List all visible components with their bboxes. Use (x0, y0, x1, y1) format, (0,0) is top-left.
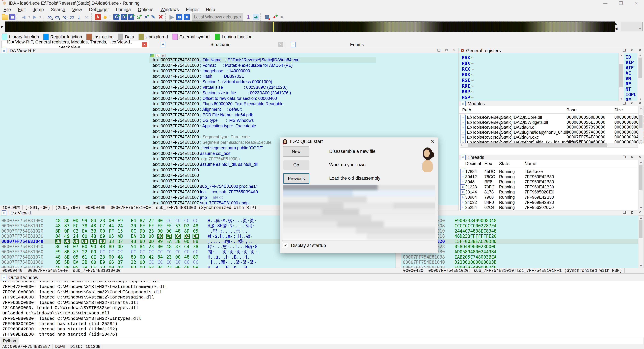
nav-back-menu-icon[interactable]: ▼ (28, 14, 31, 21)
add-breakpoint-icon[interactable]: ●+ (271, 14, 278, 21)
python-tab[interactable]: Python (1, 337, 18, 344)
disasm-line[interactable]: .text:00007FF754E81000 ; File Name : E:\… (149, 57, 376, 63)
panel-close-icon[interactable]: ✕ (638, 101, 641, 105)
delete-breakpoint-icon[interactable]: ✕ (278, 14, 285, 21)
breakpoint-list-icon[interactable]: ≣ (264, 14, 270, 21)
cli-input[interactable] (19, 337, 643, 344)
go-button[interactable]: Go (283, 160, 309, 170)
registers-pane[interactable]: RAX↪RBX↪RCX↪RDX↪RSI↪RDI↪RBP↪RSP↪RIP↪ (459, 53, 618, 101)
tab-enums[interactable]: ≡ Enums (285, 41, 416, 48)
threads-header[interactable]: Decimal (465, 161, 481, 166)
search-value-icon[interactable]: ∞101 (61, 14, 68, 21)
register-row-rip[interactable]: RIP↪ (462, 100, 470, 101)
step-until-return-icon[interactable]: ↥ (245, 14, 252, 21)
tab-close-icon[interactable]: ✕ (142, 42, 147, 47)
restore-button[interactable]: ❐ (613, 0, 628, 6)
panel-maximize-icon[interactable]: ⧉ (631, 48, 633, 52)
vertical-splitter[interactable] (458, 48, 459, 210)
disasm-line[interactable]: .text:00007FF754E81000 ; Alignment : def… (149, 107, 376, 112)
panel-float-icon[interactable]: ❏ (623, 155, 626, 159)
save-file-icon[interactable]: ▤ (9, 14, 16, 21)
flag-of[interactable]: OF (626, 97, 631, 101)
flags-scrollbar[interactable]: ∧∨ (638, 53, 643, 101)
flag-id[interactable]: ID (626, 54, 631, 60)
panel-close-icon[interactable]: ✕ (638, 210, 641, 214)
threads-header[interactable]: State (499, 161, 509, 166)
disasm-line[interactable]: .text:00007FF754E81000 ; Section 1. (vir… (149, 79, 376, 85)
output-line[interactable]: 181C9A00000: loaded C:\Windows\SYSTEM32\… (2, 305, 138, 310)
search-next-icon[interactable]: ∞ (68, 14, 75, 21)
search-inactive-icon[interactable]: ∞ (83, 14, 90, 21)
register-row-rsi[interactable]: RSI↪ (462, 78, 470, 83)
dialog-close-icon[interactable]: ✕ (431, 139, 435, 145)
nav-forward-menu-icon[interactable]: ▼ (38, 14, 42, 21)
new-button[interactable]: New (283, 146, 309, 157)
threads-header[interactable]: Name (524, 161, 536, 166)
output-line[interactable]: 7FF969E42B30: thread has started (tid=28… (2, 332, 118, 337)
disasm-line[interactable]: .text:00007FF754E81000 ; Application typ… (149, 123, 376, 129)
output-line[interactable]: 7FF9665C0000: loaded C:\Windows\SYSTEM32… (2, 300, 138, 305)
output-line-partial[interactable]: 7FF99BF90000: loaded C:\Windows\SYSTEM32… (2, 281, 159, 284)
threads-pane[interactable]: DecimalHexStateName⧉1788445DCRunningida6… (459, 160, 644, 210)
panel-maximize-icon[interactable]: ⧉ (631, 101, 633, 105)
modules-header[interactable]: Size (614, 107, 623, 113)
tab-ida-view-group[interactable]: IDA View-RIP, General registers, Modules… (1, 41, 149, 48)
output-pane[interactable]: 7FF99BF90000: loaded C:\Windows\SYSTEM32… (0, 281, 644, 337)
register-row-rbx[interactable]: RBX↪ (462, 61, 470, 66)
undefine-icon[interactable]: ✕ (157, 14, 164, 21)
register-row-rdx[interactable]: RDX↪ (462, 72, 470, 77)
debugger-selector-combo[interactable]: Local Windows debugger▼ (192, 13, 243, 21)
register-row-rdi[interactable]: RDI↪ (462, 83, 470, 89)
modules-pane[interactable]: PathBaseSize≡E:\Tools\Reverse\[Static]ID… (459, 106, 644, 155)
display-at-startup-checkbox[interactable]: ✓ Display at startup (283, 243, 326, 248)
menu-help[interactable]: Help (202, 7, 219, 12)
panel-float-icon[interactable]: ❏ (437, 48, 440, 52)
modules-vscrollbar[interactable]: ∧∨ (638, 106, 644, 143)
dialog-titlebar[interactable]: 64 IDA: Quick start (280, 137, 438, 145)
output-line[interactable]: 7FF95FBB0000: loaded C:\Windows\SYSTEM32… (2, 316, 141, 321)
disasm-line[interactable]: .text:00007FF754E81000 (149, 129, 376, 134)
threads-header[interactable]: Hex (484, 161, 492, 166)
lumina-view-icon[interactable]: ● (102, 14, 109, 21)
flags-pane[interactable]: IDVIPVIFACVMRFNTIOPLOFDF (624, 53, 637, 101)
flag-rf[interactable]: RF (626, 81, 631, 86)
disasm-line[interactable]: .text:00007FF754E81000 ; Format : Portab… (149, 63, 376, 68)
nav-forward-icon[interactable]: ► (31, 14, 38, 21)
menu-debugger[interactable]: Debugger (86, 7, 112, 12)
close-button[interactable]: ✕ (629, 0, 644, 6)
panel-close-icon[interactable]: ✕ (638, 155, 641, 159)
pause-process-icon[interactable]: ▮▮ (176, 14, 183, 21)
tab-structures[interactable]: A Structures ✕ (149, 41, 285, 48)
flag-vif[interactable]: VIF (626, 65, 634, 70)
flag-vip[interactable]: VIP (626, 60, 634, 65)
registers-scrollbar[interactable]: ∧∨ (618, 53, 624, 101)
menu-search[interactable]: Search (47, 7, 69, 12)
output-line[interactable]: 7FF9563026C0: thread has started (tid=25… (2, 321, 118, 326)
create-data-icon[interactable]: D+ (120, 14, 127, 21)
menu-file[interactable]: File (0, 7, 14, 12)
jump-address-icon[interactable]: ↓ (76, 14, 83, 21)
disasm-line[interactable]: .text:00007FF754E81000 ; Flags 60000020:… (149, 101, 376, 107)
navigator-band[interactable] (5, 22, 615, 32)
menu-lumina[interactable]: Lumina (112, 7, 134, 12)
nav-left2-arrow-icon[interactable]: ◀ (615, 27, 618, 30)
panel-maximize-icon[interactable]: ⧉ (631, 155, 633, 159)
stack-scrollbar[interactable]: ∧∨ (638, 215, 644, 268)
disasm-line[interactable]: .text:00007FF754E81000 ; OS type : MS Wi… (149, 118, 376, 123)
disasm-line[interactable]: .text:00007FF754E81000 ; Imagebase : 140… (149, 68, 376, 74)
output-line[interactable]: 7FF9472E0000: loaded C:\Windows\SYSTEM32… (2, 284, 167, 289)
run-to-cursor-icon[interactable]: ➔ (252, 14, 259, 21)
register-row-rax[interactable]: RAX↪ (462, 55, 470, 60)
edit-function-icon[interactable]: ✎ (150, 14, 157, 21)
search-address-icon[interactable]: ∞# (46, 14, 53, 21)
disasm-line[interactable]: .text:00007FF754E81000 ; Section size in… (149, 90, 376, 96)
panel-float-icon[interactable]: ❏ (623, 48, 626, 52)
disasm-line[interactable]: .text:00007FF754E81000 ; Virtual size : … (149, 85, 376, 90)
open-file-icon[interactable] (2, 14, 8, 21)
disasm-line[interactable]: .text:00007FF754E81000 ; PDB File Name :… (149, 112, 376, 118)
flag-nt[interactable]: NT (626, 87, 631, 92)
output-line[interactable]: 7FF9610A0000: loaded C:\Windows\System32… (2, 290, 162, 295)
produce-file-icon[interactable]: A (94, 14, 101, 21)
menu-windows[interactable]: Windows (157, 7, 182, 12)
search-text-icon[interactable]: ∞T (54, 14, 60, 21)
